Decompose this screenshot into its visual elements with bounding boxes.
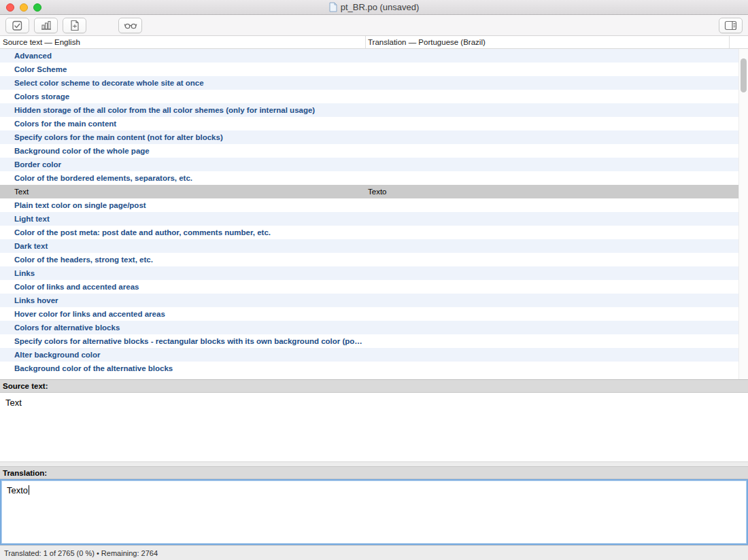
document-icon bbox=[329, 2, 337, 12]
source-cell: Hover color for links and accented areas bbox=[0, 307, 366, 321]
translation-cell bbox=[366, 321, 738, 334]
source-cell: Links bbox=[0, 266, 366, 280]
table-row[interactable]: Advanced bbox=[0, 49, 738, 63]
column-header-source[interactable]: Source text — English bbox=[0, 36, 366, 48]
table-row[interactable]: Select color scheme to decorate whole si… bbox=[0, 76, 738, 90]
title-bar: pt_BR.po (unsaved) bbox=[0, 0, 748, 15]
table-row[interactable]: Color Scheme bbox=[0, 63, 738, 76]
source-cell: Hidden storage of the all color from the… bbox=[0, 103, 366, 117]
translation-cell bbox=[366, 239, 738, 253]
table-row[interactable]: Alter background color bbox=[0, 348, 738, 362]
table-row[interactable]: Hidden storage of the all color from the… bbox=[0, 103, 738, 117]
column-header-stub bbox=[730, 36, 748, 48]
source-cell: Select color scheme to decorate whole si… bbox=[0, 76, 366, 90]
table-row[interactable]: Specify colors for alternative blocks - … bbox=[0, 334, 738, 348]
source-cell: Background color of the whole page bbox=[0, 144, 366, 158]
table-row[interactable]: Color of the post meta: post date and au… bbox=[0, 226, 738, 239]
table-row[interactable]: Color of links and accented areas bbox=[0, 280, 738, 294]
translation-cell bbox=[366, 253, 738, 266]
source-cell: Plain text color on single page/post bbox=[0, 198, 366, 212]
validate-button[interactable] bbox=[5, 18, 29, 33]
column-header-translation[interactable]: Translation — Portuguese (Brazil) bbox=[366, 36, 730, 48]
minimize-button[interactable] bbox=[20, 3, 28, 12]
zoom-button[interactable] bbox=[33, 3, 41, 12]
source-cell: Colors for alternative blocks bbox=[0, 321, 366, 334]
translation-cell bbox=[366, 171, 738, 185]
translation-input[interactable]: Texto bbox=[0, 479, 748, 545]
source-cell: Color of the headers, strong text, etc. bbox=[0, 253, 366, 266]
source-cell: Colors for the main content bbox=[0, 117, 366, 130]
table-row[interactable]: Links bbox=[0, 266, 738, 280]
table-row[interactable]: Specify colors for the main content (not… bbox=[0, 130, 738, 144]
translation-cell: Texto bbox=[366, 185, 738, 198]
source-cell: Links hover bbox=[0, 294, 366, 307]
table-row[interactable]: Background color of the alternative bloc… bbox=[0, 362, 738, 375]
table-row[interactable]: Color of the headers, strong text, etc. bbox=[0, 253, 738, 266]
table-row[interactable]: Border color bbox=[0, 158, 738, 171]
translation-cell bbox=[366, 158, 738, 171]
table-row[interactable]: Colors for alternative blocks bbox=[0, 321, 738, 334]
translation-cell bbox=[366, 294, 738, 307]
vertical-scrollbar[interactable] bbox=[738, 49, 748, 379]
source-cell: Border color bbox=[0, 158, 366, 171]
validate-check-icon bbox=[12, 20, 23, 31]
source-cell: Specify colors for the main content (not… bbox=[0, 130, 366, 144]
source-cell: Background color of the alternative bloc… bbox=[0, 362, 366, 375]
glasses-icon bbox=[124, 20, 137, 30]
close-button[interactable] bbox=[6, 3, 14, 12]
source-cell: Color Scheme bbox=[0, 63, 366, 76]
translation-cell bbox=[366, 226, 738, 239]
source-text-label: Source text: bbox=[0, 380, 748, 393]
traffic-lights bbox=[6, 3, 41, 12]
pretranslate-button[interactable] bbox=[118, 18, 142, 33]
translation-cell bbox=[366, 49, 738, 63]
source-text-value: Text bbox=[5, 398, 22, 408]
source-cell: Advanced bbox=[0, 49, 366, 63]
sidebar-icon bbox=[724, 20, 737, 31]
source-cell: Color of the post meta: post date and au… bbox=[0, 226, 366, 239]
poedit-window: pt_BR.po (unsaved) bbox=[0, 0, 748, 560]
status-bar: Translated: 1 of 2765 (0 %) • Remaining:… bbox=[0, 545, 748, 560]
table-row[interactable]: Background color of the whole page bbox=[0, 144, 738, 158]
table-row[interactable]: Color of the bordered elements, separato… bbox=[0, 171, 738, 185]
translation-cell bbox=[366, 348, 738, 362]
table-row[interactable]: Colors storage bbox=[0, 90, 738, 103]
translation-cell bbox=[366, 266, 738, 280]
source-cell: Dark text bbox=[0, 239, 366, 253]
source-cell: Specify colors for alternative blocks - … bbox=[0, 334, 366, 348]
source-cell: Text bbox=[0, 185, 366, 198]
table-row[interactable]: Colors for the main content bbox=[0, 117, 738, 130]
table-row[interactable]: Hover color for links and accented areas bbox=[0, 307, 738, 321]
toolbar bbox=[0, 15, 748, 36]
translation-cell bbox=[366, 198, 738, 212]
scrollbar-thumb[interactable] bbox=[741, 58, 747, 92]
translation-cell bbox=[366, 63, 738, 76]
translation-label: Translation: bbox=[0, 466, 748, 479]
window-title-area: pt_BR.po (unsaved) bbox=[329, 2, 420, 12]
translation-cell bbox=[366, 334, 738, 348]
source-cell: Alter background color bbox=[0, 348, 366, 362]
translation-value: Texto bbox=[7, 485, 28, 495]
source-cell: Light text bbox=[0, 212, 366, 226]
table-row[interactable]: Dark text bbox=[0, 239, 738, 253]
statistics-button[interactable] bbox=[34, 18, 58, 33]
table-row[interactable]: Plain text color on single page/post bbox=[0, 198, 738, 212]
translation-cell bbox=[366, 362, 738, 375]
translation-cell bbox=[366, 130, 738, 144]
update-from-code-button[interactable] bbox=[63, 18, 86, 33]
table-header: Source text — English Translation — Port… bbox=[0, 36, 748, 49]
table-row[interactable]: TextTexto bbox=[0, 185, 738, 198]
text-caret bbox=[29, 485, 29, 495]
source-text-area: Text bbox=[0, 393, 748, 462]
source-cell: Color of the bordered elements, separato… bbox=[0, 171, 366, 185]
table-row[interactable]: Links hover bbox=[0, 294, 738, 307]
toggle-sidebar-button[interactable] bbox=[719, 18, 743, 33]
translation-cell bbox=[366, 103, 738, 117]
translation-cell bbox=[366, 280, 738, 294]
table-row[interactable]: Light text bbox=[0, 212, 738, 226]
source-cell: Color of links and accented areas bbox=[0, 280, 366, 294]
editor-panel: Source text: Text Translation: Texto bbox=[0, 379, 748, 545]
status-text: Translated: 1 of 2765 (0 %) • Remaining:… bbox=[4, 549, 158, 557]
document-update-icon bbox=[69, 20, 80, 31]
translation-cell bbox=[366, 212, 738, 226]
